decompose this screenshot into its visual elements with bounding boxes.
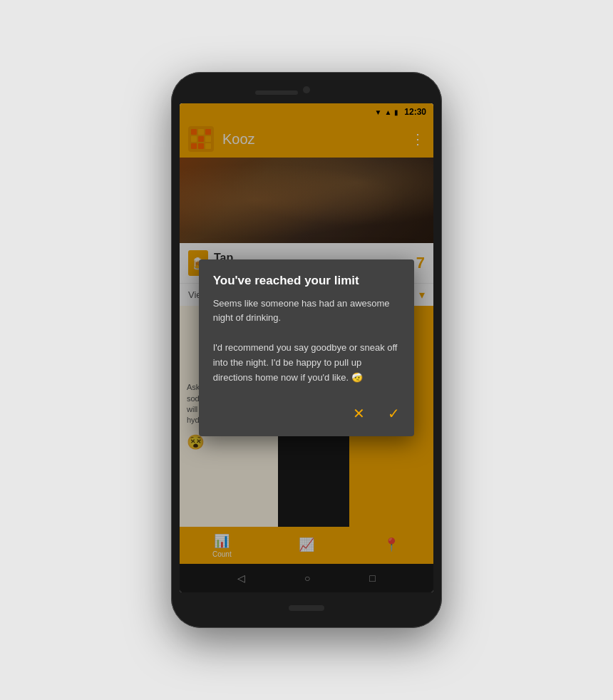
modal-cancel-button[interactable]: ✕ (353, 405, 365, 422)
phone-screen: ▼ ▲ ▮ 12:30 Kooz ⋮ (180, 103, 433, 592)
limit-dialog: You've reached your limit Seems like som… (199, 259, 415, 437)
modal-title: You've reached your limit (213, 274, 401, 288)
modal-paragraph-1: Seems like someone has had an awesome ni… (213, 297, 401, 326)
phone-speaker (255, 91, 298, 95)
phone-top (180, 81, 433, 103)
modal-paragraph-2: I'd recommend you say goodbye or sneak o… (213, 341, 401, 385)
phone-camera (303, 86, 310, 93)
phone-bottom-bar (180, 597, 433, 619)
modal-actions: ✕ ✓ (213, 399, 401, 422)
phone-home-indicator (289, 605, 324, 611)
phone-device: ▼ ▲ ▮ 12:30 Kooz ⋮ (171, 72, 442, 628)
modal-body: Seems like someone has had an awesome ni… (213, 297, 401, 386)
modal-overlay: You've reached your limit Seems like som… (180, 103, 433, 592)
modal-confirm-button[interactable]: ✓ (388, 405, 400, 422)
